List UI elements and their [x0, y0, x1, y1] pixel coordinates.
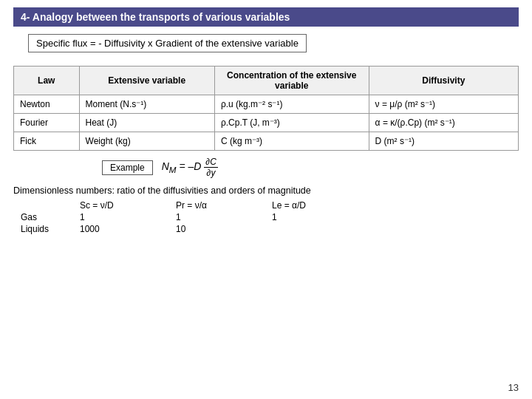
law-fick: Fick — [14, 132, 80, 151]
table-row-fourier: Fourier Heat (J) ρ.Cp.T (J, m⁻³) α = κ/(… — [14, 114, 519, 132]
numbers-header-pr: Pr = ν/α — [176, 200, 272, 211]
formula: NM = –D ∂C ∂y — [162, 157, 218, 178]
numbers-pr-liquids: 10 — [176, 224, 272, 234]
law-newton: Newton — [14, 95, 80, 114]
th-concentration: Concentration of the extensive variable — [214, 66, 369, 95]
formula-fraction: ∂C ∂y — [204, 157, 218, 178]
numbers-empty-header — [21, 200, 80, 211]
analogy-table: Law Extensive variable Concentration of … — [13, 66, 519, 151]
th-extensive: Extensive variable — [79, 66, 214, 95]
subtitle-box: Specific flux = - Diffusivity x Gradient… — [28, 34, 307, 52]
numbers-header-le: Le = α/D — [272, 200, 368, 211]
th-law: Law — [14, 66, 80, 95]
numbers-sc-liquids: 1000 — [80, 224, 176, 234]
page: 4- Analogy between the transports of var… — [0, 0, 532, 399]
law-fourier: Fourier — [14, 114, 80, 132]
extensive-newton: Moment (N.s⁻¹) — [79, 95, 214, 114]
extensive-fourier: Heat (J) — [79, 114, 214, 132]
numbers-header-sc: Sc = ν/D — [80, 200, 176, 211]
page-number: 13 — [508, 382, 519, 393]
conc-fick: C (kg m⁻³) — [214, 132, 369, 151]
conc-newton: ρ.u (kg.m⁻² s⁻¹) — [214, 95, 369, 114]
th-diffusivity: Diffusivity — [369, 66, 518, 95]
page-title: 4- Analogy between the transports of var… — [13, 7, 519, 27]
diff-fick: D (m² s⁻¹) — [369, 132, 518, 151]
diff-newton: ν = μ/ρ (m² s⁻¹) — [369, 95, 518, 114]
extensive-fick: Weight (kg) — [79, 132, 214, 151]
numbers-le-liquids — [272, 224, 368, 234]
numbers-sc-gas: 1 — [80, 212, 176, 222]
example-label: Example — [102, 160, 153, 175]
numbers-le-gas: 1 — [272, 212, 368, 222]
table-row-newton: Newton Moment (N.s⁻¹) ρ.u (kg.m⁻² s⁻¹) ν… — [14, 95, 519, 114]
conc-fourier: ρ.Cp.T (J, m⁻³) — [214, 114, 369, 132]
table-row-fick: Fick Weight (kg) C (kg m⁻³) D (m² s⁻¹) — [14, 132, 519, 151]
example-row: Example NM = –D ∂C ∂y — [102, 157, 519, 178]
dimensionless-title: Dimensionless numbers: ratio of the diff… — [13, 185, 519, 196]
diff-fourier: α = κ/(ρ.Cp) (m² s⁻¹) — [369, 114, 518, 132]
numbers-grid: Sc = ν/D Pr = ν/α Le = α/D Gas 1 1 1 Liq… — [21, 200, 519, 234]
numbers-label-gas: Gas — [21, 212, 80, 222]
numbers-label-liquids: Liquids — [21, 224, 80, 234]
numbers-pr-gas: 1 — [176, 212, 272, 222]
